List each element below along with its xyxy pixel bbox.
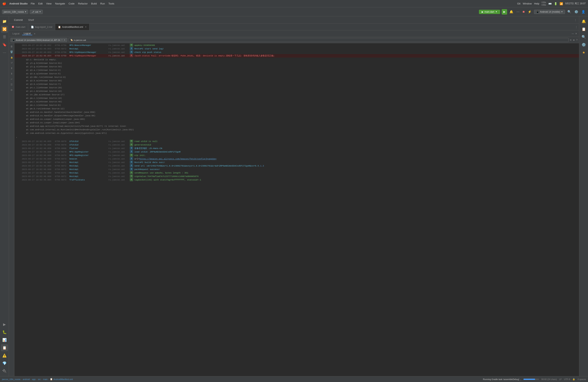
stack-line-12: at pm.c.m(Unknown Source:40): [26, 100, 579, 104]
filter-star[interactable]: ★: [573, 39, 575, 42]
expand-arrow[interactable]: ›: [14, 135, 579, 140]
branch-dropdown-icon: ▼: [39, 11, 41, 13]
profiler-btn[interactable]: ⚡: [527, 9, 532, 14]
kebab-menu[interactable]: ⋮: [574, 19, 577, 21]
sidebar-terminal[interactable]: 💎: [1, 360, 8, 367]
sidebar-structure[interactable]: ☰: [1, 33, 8, 41]
sidebar-more[interactable]: ⋯: [1, 49, 8, 56]
line-endings[interactable]: LF: [559, 378, 562, 381]
account-btn[interactable]: 👤: [581, 9, 586, 14]
breadcrumb-android[interactable]: android: [22, 378, 30, 381]
menu-tools[interactable]: Tools: [108, 2, 114, 5]
log-tool-collapse[interactable]: ⬇: [10, 72, 14, 76]
status-right: Running Gradle task 'assembleDebug'... 9…: [483, 378, 586, 381]
sidebar-profiler[interactable]: 📊: [1, 337, 8, 343]
sidebar-logcat[interactable]: 📋: [1, 344, 8, 351]
msg4: /push-status Fail: errorCode:错误码: PUSH_2…: [134, 54, 578, 58]
tab-xml-close[interactable]: ✕: [85, 26, 86, 28]
log-content[interactable]: 2023-09-27 18:02:40.852 6759-6759 MPS:Be…: [14, 43, 579, 376]
device-filter-clear[interactable]: ✕: [61, 39, 63, 41]
more-btn[interactable]: ⋯: [516, 9, 520, 14]
log-tool-scroll-lock[interactable]: 🔒: [10, 55, 14, 60]
log-tool-restart[interactable]: ↺: [10, 61, 14, 65]
editor-tabs-menu[interactable]: ⋮: [574, 26, 579, 28]
logcat-filter-input[interactable]: 🏷️ ru.jaecoo.uat: [68, 38, 569, 42]
log-entry-2: 2023-09-27 18:02:40.853 6759-6872 RestAp…: [14, 47, 579, 51]
ts2: 2023-09-27 18:02:40.853: [22, 47, 55, 51]
run-icon: ▶: [482, 11, 483, 13]
logcat-close[interactable]: ✕: [575, 32, 577, 35]
settings-btn[interactable]: ⚙️: [574, 9, 579, 14]
menu-code[interactable]: Code: [69, 2, 75, 5]
right-notifications[interactable]: 🔔: [580, 18, 587, 25]
right-settings[interactable]: ⚙️: [580, 41, 587, 48]
msg3: check vip push status: [134, 51, 578, 54]
menu-run[interactable]: Run: [100, 2, 105, 5]
shelf-tab[interactable]: Shelf: [25, 17, 37, 22]
search-btn[interactable]: 🔍: [567, 9, 572, 14]
sidebar-project[interactable]: 📁: [1, 18, 8, 25]
cursor-position[interactable]: 98:60 (24 chars): [541, 378, 557, 381]
menu-help[interactable]: Help: [534, 2, 539, 5]
branch-selector[interactable]: ⎇ uat ▼: [30, 10, 43, 14]
breadcrumb-src[interactable]: src: [38, 378, 41, 381]
device-filter[interactable]: 📱 Android 14 (emulator-5554) Android 14,…: [10, 38, 67, 42]
ts4: 2023-09-27 18:02:40.854: [22, 54, 55, 58]
menu-navigate[interactable]: Navigate: [55, 2, 65, 5]
sidebar-problems[interactable]: ⚠️: [1, 352, 8, 359]
device-selector[interactable]: 📱 Android 14 (mobile) ▼: [534, 10, 565, 14]
ts1: 2023-09-27 18:02:40.852: [22, 43, 55, 47]
tab-manifest[interactable]: 📋 AndroidManifest.xml ✕: [55, 24, 90, 30]
run-button[interactable]: ▶ main.dart ▼: [479, 10, 500, 14]
stack-line-13: at pm.c.i(Unknown Source:0): [26, 104, 579, 107]
menu-edit[interactable]: Edit: [38, 2, 42, 5]
stack-line-9: at p4.c.B(Unknown Source:10): [26, 89, 579, 93]
sidebar-debug[interactable]: 🐛: [1, 329, 8, 336]
menu-window[interactable]: Window: [523, 2, 532, 5]
tab-xml-icon: 📋: [58, 26, 61, 28]
log-tool-trash[interactable]: 🗑: [10, 44, 14, 49]
filter-help[interactable]: ?: [576, 39, 578, 42]
indent-settings[interactable]: 4 spaces: [578, 378, 586, 381]
log-tool-wrap[interactable]: ↵: [10, 77, 14, 81]
logcat-tab-inactive[interactable]: Logcat: [11, 32, 21, 35]
log-tool-expand[interactable]: ⬆: [10, 66, 14, 70]
logcat-add-tab[interactable]: +: [34, 32, 35, 35]
menu-file[interactable]: File: [31, 2, 35, 5]
lock-icon: 🔒: [572, 378, 575, 381]
log-tool-clear[interactable]: 🗑️: [10, 50, 14, 54]
play-button[interactable]: ▶: [502, 9, 507, 15]
commit-tab[interactable]: Commit: [11, 17, 25, 22]
encoding[interactable]: UTF-8: [564, 378, 570, 381]
pid4: 6759-6759: [55, 54, 69, 58]
logcat-maximize[interactable]: —: [572, 32, 574, 35]
filter-clear[interactable]: ✕: [570, 39, 572, 42]
menu-refactor[interactable]: Refactor: [78, 2, 88, 5]
menu-build[interactable]: Build: [91, 2, 97, 5]
device-filter-star[interactable]: ★: [63, 39, 65, 41]
stop-btn[interactable]: ■: [522, 9, 525, 15]
menu-git[interactable]: Git: [517, 2, 521, 5]
breadcrumb-project[interactable]: jaecoo_i18n_russia: [2, 378, 21, 381]
right-search[interactable]: 🔍: [580, 33, 587, 41]
tab-main-dart[interactable]: 🎯 main.dart: [9, 24, 28, 30]
breadcrumb-app[interactable]: app: [32, 378, 36, 381]
logcat-tab-active[interactable]: Logcat: [22, 32, 32, 35]
sidebar-plugins[interactable]: 🔌: [1, 368, 8, 375]
tab-bug-report[interactable]: 📄 bug-report_2.md: [28, 24, 55, 30]
breadcrumb-file[interactable]: AndroidManifest.xml: [53, 378, 73, 381]
log-tool-filter[interactable]: ☰: [10, 83, 14, 87]
sidebar-bookmarks[interactable]: 🔖: [1, 41, 8, 48]
breadcrumb-sep4: ›: [42, 378, 42, 381]
log-entry-6: 2023-09-27 18:02:40.856 6759-6870 UTUtdi…: [14, 143, 579, 147]
log-tool-settings[interactable]: ⚙: [10, 88, 14, 92]
breadcrumb-main[interactable]: main: [43, 378, 48, 381]
project-selector[interactable]: jaecoo_i18n_russia ▼: [2, 10, 28, 14]
right-vcs-changes[interactable]: 📋: [580, 26, 587, 33]
right-bookmark[interactable]: ★: [580, 49, 587, 56]
notification-btn[interactable]: 🔔: [509, 9, 514, 14]
menu-view[interactable]: View: [46, 2, 52, 5]
titlebar-right: Git Window Help 0 B/s0 B/s ⌨️ 🔋 📶 9月27日 …: [517, 1, 586, 6]
sidebar-vcs[interactable]: 🔀: [1, 26, 8, 33]
sidebar-run[interactable]: ▶: [1, 321, 8, 328]
